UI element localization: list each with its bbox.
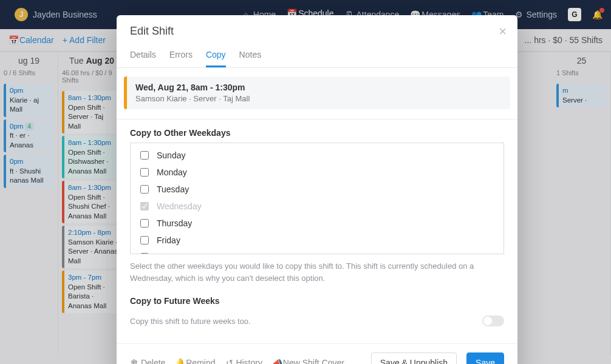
weekday-option-sunday[interactable]: Sunday [137, 147, 497, 164]
weekday-option-wednesday: Wednesday [137, 198, 497, 215]
weekday-checkbox[interactable] [140, 168, 149, 177]
bell-icon: 🔔 [175, 358, 183, 364]
weekday-checkbox[interactable] [140, 253, 149, 254]
history-button[interactable]: ↺ History [225, 358, 262, 364]
weekday-option-monday[interactable]: Monday [137, 164, 497, 181]
weekday-label: Friday [157, 235, 180, 245]
weekday-label: Tuesday [157, 184, 189, 194]
close-icon: × [499, 24, 507, 39]
tab-details[interactable]: Details [130, 46, 156, 67]
weekday-option-thursday[interactable]: Thursday [137, 215, 497, 232]
trash-icon: 🗑 [130, 358, 138, 364]
history-icon: ↺ [225, 358, 234, 364]
shift-summary: Wed, Aug 21, 8am - 1:30pm Samson Kiarie … [124, 76, 510, 109]
weekday-checkbox[interactable] [140, 185, 149, 194]
weekday-label: Wednesday [157, 201, 202, 211]
weekday-label: Sunday [157, 150, 185, 160]
future-weeks-toggle[interactable] [482, 315, 504, 326]
new-shift-cover-button[interactable]: 📣 New Shift Cover [272, 358, 344, 364]
future-weeks-sub: Copy this shift to future weeks too. [130, 317, 251, 326]
weekdays-list[interactable]: SundayMondayTuesdayWednesdayThursdayFrid… [130, 143, 504, 254]
tab-copy[interactable]: Copy [206, 46, 226, 67]
weekday-checkbox[interactable] [140, 151, 149, 160]
close-button[interactable]: × [499, 24, 507, 39]
megaphone-icon: 📣 [272, 358, 281, 364]
weekday-label: Thursday [157, 218, 192, 228]
shift-datetime: Wed, Aug 21, 8am - 1:30pm [135, 83, 502, 92]
edit-shift-modal: Edit Shift × Details Errors Copy Notes W… [117, 15, 517, 364]
weekdays-hint: Select the other weekdays you would like… [130, 260, 504, 284]
save-unpublish-button[interactable]: Save & Unpublish [371, 352, 457, 364]
shift-meta: Samson Kiarie · Server · Taj Mall [135, 94, 502, 103]
modal-tabs: Details Errors Copy Notes [117, 46, 517, 68]
weekday-label: Saturday [157, 252, 191, 254]
tab-notes[interactable]: Notes [239, 46, 262, 67]
weekday-checkbox[interactable] [140, 236, 149, 244]
weekday-checkbox [140, 202, 149, 211]
tab-errors[interactable]: Errors [169, 46, 193, 67]
weekday-label: Monday [157, 167, 187, 177]
weekday-option-tuesday[interactable]: Tuesday [137, 181, 497, 198]
copy-weekdays-heading: Copy to Other Weekdays [130, 128, 504, 138]
weekday-option-saturday[interactable]: Saturday [137, 249, 497, 254]
save-button[interactable]: Save [466, 352, 504, 364]
weekday-option-friday[interactable]: Friday [137, 232, 497, 249]
weekday-checkbox[interactable] [140, 219, 149, 228]
modal-title: Edit Shift [130, 25, 504, 38]
future-weeks-heading: Copy to Future Weeks [130, 296, 504, 306]
remind-button[interactable]: 🔔 Remind [175, 358, 215, 364]
delete-button[interactable]: 🗑 Delete [130, 358, 165, 364]
